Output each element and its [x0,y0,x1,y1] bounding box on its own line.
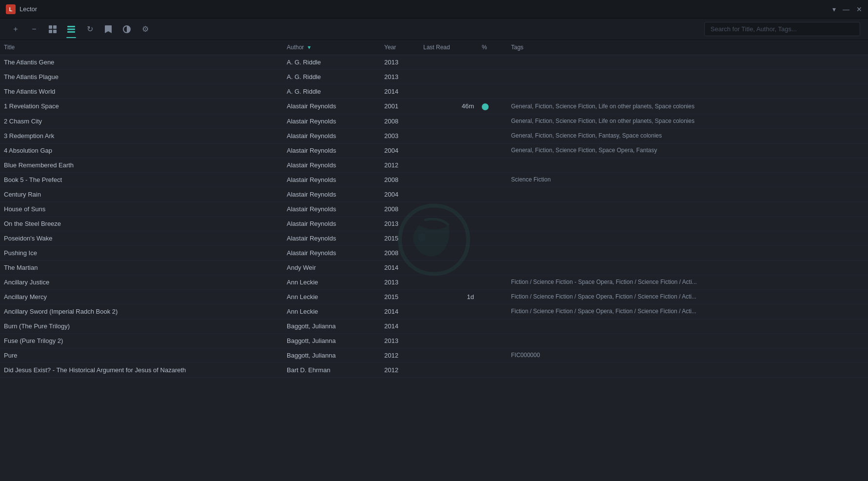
cell-lastread [419,319,478,333]
col-tags-label: Tags [511,44,523,51]
cell-lastread [419,231,478,245]
table-row[interactable]: House of SunsAlastair Reynolds2008 [0,201,868,216]
remove-button[interactable]: − [26,21,42,37]
col-year[interactable]: Year [380,40,419,55]
cell-tags [507,333,868,348]
col-lastread[interactable]: Last Read [419,40,478,55]
cell-year: 2008 [380,172,419,187]
cell-lastread [419,158,478,172]
app-title: Lector [20,5,37,13]
cell-tags [507,231,868,245]
table-row[interactable]: Century RainAlastair Reynolds2004 [0,187,868,201]
refresh-button[interactable]: ↻ [82,21,98,37]
table-row[interactable]: The MartianAndy Weir2014 [0,260,868,275]
cell-year: 2013 [380,275,419,289]
window-dropdown-button[interactable]: ▾ [832,5,836,13]
col-lastread-label: Last Read [423,44,450,51]
table-row[interactable]: Poseidon's WakeAlastair Reynolds2015 [0,231,868,245]
cell-title: House of Suns [0,201,283,216]
cell-title: 1 Revelation Space [0,99,283,114]
cell-year: 2008 [380,114,419,128]
svg-rect-7 [67,31,75,33]
col-title-label: Title [4,44,15,51]
grid-view-button[interactable] [45,21,60,37]
cell-percent [478,84,507,99]
table-row[interactable]: Blue Remembered EarthAlastair Reynolds20… [0,158,868,172]
cell-percent [478,319,507,333]
table-row[interactable]: The Atlantis GeneA. G. Riddle2013 [0,55,868,70]
settings-button[interactable]: ⚙ [138,21,153,37]
cell-title: Did Jesus Exist? - The Historical Argume… [0,362,283,377]
cell-lastread [419,84,478,99]
cell-tags [507,84,868,99]
cell-author: Baggott, Julianna [283,348,380,362]
cell-tags: General, Fiction, Science Fiction, Space… [507,143,868,158]
cell-year: 2014 [380,304,419,319]
cell-title: Poseidon's Wake [0,231,283,245]
cell-year: 2004 [380,187,419,201]
svg-rect-5 [67,26,75,27]
table-row[interactable]: 4 Absolution GapAlastair Reynolds2004Gen… [0,143,868,158]
cell-tags [507,216,868,231]
table-row[interactable]: Book 5 - The PrefectAlastair Reynolds200… [0,172,868,187]
col-percent[interactable]: % [478,40,507,55]
cell-year: 2013 [380,216,419,231]
window-close-button[interactable]: ✕ [856,5,862,13]
table-row[interactable]: 2 Chasm CityAlastair Reynolds2008General… [0,114,868,128]
table-row[interactable]: Did Jesus Exist? - The Historical Argume… [0,362,868,377]
cell-percent [478,362,507,377]
cell-lastread [419,216,478,231]
table-row[interactable]: 1 Revelation SpaceAlastair Reynolds20014… [0,99,868,114]
cell-author: Ann Leckie [283,289,380,304]
cell-title: Century Rain [0,187,283,201]
table-row[interactable]: Burn (The Pure Trilogy)Baggott, Julianna… [0,319,868,333]
table-row[interactable]: Fuse (Pure Trilogy 2)Baggott, Julianna20… [0,333,868,348]
col-author[interactable]: Author ▾ [283,40,380,55]
table-row[interactable]: Ancillary MercyAnn Leckie20151dFiction /… [0,289,868,304]
svg-rect-2 [53,25,57,29]
cell-title: Pure [0,348,283,362]
cell-author: Alastair Reynolds [283,201,380,216]
cell-author: Alastair Reynolds [283,231,380,245]
cell-author: Baggott, Julianna [283,333,380,348]
svg-rect-4 [53,30,57,33]
cell-author: Andy Weir [283,260,380,275]
bookmark-button[interactable] [100,21,116,37]
add-button[interactable]: + [8,21,23,37]
table-header-row: Title Author ▾ Year Last Read % Tags [0,40,868,55]
table-container: Title Author ▾ Year Last Read % Tags [0,40,868,481]
cell-year: 2004 [380,143,419,158]
window-minimize-button[interactable]: — [843,5,849,13]
theme-button[interactable] [119,21,135,37]
table-row[interactable]: Ancillary Sword (Imperial Radch Book 2)A… [0,304,868,319]
cell-title: On the Steel Breeze [0,216,283,231]
cell-lastread [419,348,478,362]
table-row[interactable]: On the Steel BreezeAlastair Reynolds2013 [0,216,868,231]
cell-percent [478,55,507,70]
cell-year: 2014 [380,84,419,99]
cell-title: The Atlantis World [0,84,283,99]
cell-percent [478,216,507,231]
table-row[interactable]: The Atlantis WorldA. G. Riddle2014 [0,84,868,99]
search-input[interactable] [704,22,860,36]
cell-year: 2013 [380,333,419,348]
cell-author: Ann Leckie [283,304,380,319]
cell-percent [478,143,507,158]
list-view-button[interactable] [63,21,79,37]
col-tags[interactable]: Tags [507,40,868,55]
cell-lastread [419,55,478,70]
table-row[interactable]: Pushing IceAlastair Reynolds2008 [0,245,868,260]
table-row[interactable]: 3 Redemption ArkAlastair Reynolds2003Gen… [0,128,868,143]
col-title[interactable]: Title [0,40,283,55]
cell-author: Alastair Reynolds [283,114,380,128]
cell-percent [478,275,507,289]
cell-tags: General, Fiction, Science Fiction, Life … [507,114,868,128]
cell-year: 2013 [380,70,419,84]
cell-tags: Fiction / Science Fiction / Space Opera,… [507,304,868,319]
table-row[interactable]: Ancillary JusticeAnn Leckie2013Fiction /… [0,275,868,289]
table-row[interactable]: The Atlantis PlagueA. G. Riddle2013 [0,70,868,84]
cell-author: Alastair Reynolds [283,216,380,231]
app-icon: L [6,4,16,14]
cell-author: Bart D. Ehrman [283,362,380,377]
table-row[interactable]: PureBaggott, Julianna2012FIC000000 [0,348,868,362]
